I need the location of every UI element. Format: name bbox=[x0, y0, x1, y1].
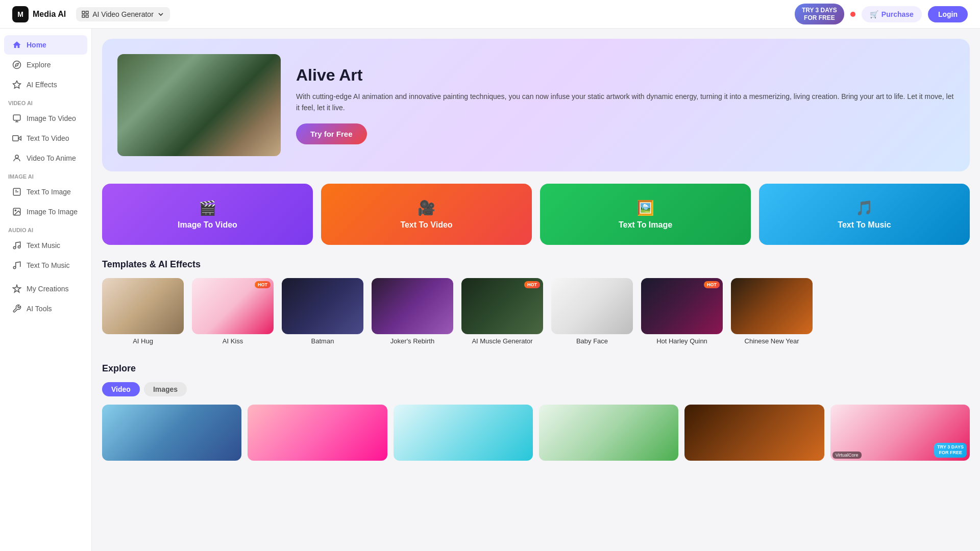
hot-badge: HOT bbox=[255, 281, 271, 288]
explore-thumb-e3[interactable] bbox=[394, 405, 533, 461]
header-right: TRY 3 DAYS FOR FREE 🛒 Purchase Login bbox=[795, 4, 968, 24]
sidebar-item-text-to-music[interactable]: Text To Music bbox=[4, 256, 87, 275]
chevron-down-icon bbox=[157, 10, 165, 18]
explore-tab-video[interactable]: Video bbox=[102, 382, 140, 396]
header-left: M Media AI AI Video Generator bbox=[12, 6, 170, 22]
template-ai-muscle-generator[interactable]: HOT AI Muscle Generator bbox=[461, 278, 543, 345]
purchase-button[interactable]: 🛒 Purchase bbox=[862, 6, 922, 22]
templates-grid: AI Hug HOT AI Kiss Batman Joker's Rebirt… bbox=[102, 278, 970, 349]
svg-point-14 bbox=[18, 246, 20, 248]
sidebar-item-text-to-image[interactable]: Text To Image bbox=[4, 182, 87, 202]
nav-label: AI Video Generator bbox=[92, 10, 154, 18]
template-name-baby-face: Baby Face bbox=[551, 337, 633, 345]
explore-thumb-e6[interactable]: VirtualCoreTRY 3 DAYSFOR FREE bbox=[830, 405, 970, 461]
explore-section-title: Explore bbox=[102, 363, 970, 374]
text-to-video-icon bbox=[12, 134, 21, 143]
creations-icon bbox=[12, 284, 21, 293]
hero-image bbox=[117, 54, 281, 156]
feature-card-text-to-video[interactable]: 🎥 Text To Video bbox=[321, 184, 532, 245]
home-icon bbox=[12, 40, 21, 49]
text-to-music-icon: 🎵 bbox=[855, 199, 873, 216]
template-thumb-batman bbox=[282, 278, 363, 334]
tools-icon bbox=[12, 304, 21, 313]
text-to-video-label: Text To Video bbox=[400, 220, 452, 230]
image-to-image-icon bbox=[12, 207, 21, 216]
grid-icon bbox=[81, 10, 89, 18]
hero-painting-image bbox=[117, 54, 281, 156]
hero-title: Alive Art bbox=[296, 66, 954, 85]
template-hot-harley-quinn[interactable]: HOT Hot Harley Quinn bbox=[641, 278, 723, 345]
layout: Home Explore AI Effects Video AI Image T… bbox=[0, 29, 980, 551]
text-to-video-icon: 🎥 bbox=[418, 199, 435, 216]
feature-card-text-to-music[interactable]: 🎵 Text To Music bbox=[759, 184, 970, 245]
template-thumb-baby-face bbox=[551, 278, 633, 334]
try-banner-button[interactable]: TRY 3 DAYS FOR FREE bbox=[795, 4, 844, 24]
svg-point-15 bbox=[13, 266, 16, 269]
template-name-jokers-rebirth: Joker's Rebirth bbox=[372, 337, 453, 345]
header: M Media AI AI Video Generator TRY 3 DAYS… bbox=[0, 0, 980, 29]
svg-marker-5 bbox=[15, 63, 18, 66]
hot-badge: HOT bbox=[704, 281, 720, 288]
sidebar-item-video-to-anime[interactable]: Video To Anime bbox=[4, 148, 87, 168]
sidebar-item-home[interactable]: Home bbox=[4, 35, 87, 55]
explore-grid: VirtualCoreTRY 3 DAYSFOR FREE bbox=[102, 405, 970, 461]
svg-rect-1 bbox=[86, 11, 89, 14]
logo[interactable]: M Media AI bbox=[12, 6, 66, 22]
template-ai-kiss[interactable]: HOT AI Kiss bbox=[192, 278, 274, 345]
effects-icon bbox=[12, 80, 21, 89]
template-name-hot-harley-quinn: Hot Harley Quinn bbox=[641, 337, 723, 345]
svg-point-12 bbox=[15, 210, 16, 211]
hero-cta-button[interactable]: Try for Free bbox=[296, 123, 367, 144]
svg-point-13 bbox=[13, 246, 16, 249]
main-content: Alive Art With cutting-edge AI animation… bbox=[92, 29, 980, 551]
text-to-image-icon bbox=[12, 187, 21, 196]
explore-thumb-e1[interactable] bbox=[102, 405, 241, 461]
explore-thumb-e4[interactable] bbox=[539, 405, 678, 461]
feature-card-text-to-image[interactable]: 🖼️ Text To Image bbox=[540, 184, 751, 245]
template-thumb-hot-harley-quinn: HOT bbox=[641, 278, 723, 334]
template-thumb-jokers-rebirth bbox=[372, 278, 453, 334]
text-to-image-label: Text To Image bbox=[619, 220, 672, 230]
template-name-ai-hug: AI Hug bbox=[102, 337, 184, 345]
login-button[interactable]: Login bbox=[928, 6, 968, 22]
notification-dot bbox=[850, 12, 855, 17]
image-to-video-label: Image To Video bbox=[178, 220, 237, 230]
explore-thumb-e5[interactable] bbox=[684, 405, 824, 461]
template-chinese-new-year[interactable]: Chinese New Year bbox=[731, 278, 813, 345]
sidebar-item-text-music[interactable]: Text Music bbox=[4, 236, 87, 255]
sidebar-section-video: Video AI bbox=[0, 95, 91, 108]
svg-rect-2 bbox=[82, 15, 85, 17]
explore-thumb-e2[interactable] bbox=[248, 405, 387, 461]
logo-icon: M bbox=[12, 6, 29, 22]
sidebar-item-image-to-image[interactable]: Image To Image bbox=[4, 202, 87, 221]
sidebar-item-my-creations[interactable]: My Creations bbox=[4, 279, 87, 298]
sidebar-item-explore[interactable]: Explore bbox=[4, 55, 87, 74]
image-to-video-icon bbox=[12, 114, 21, 123]
explore-tab-images[interactable]: Images bbox=[144, 382, 187, 396]
hot-badge: HOT bbox=[524, 281, 540, 288]
feature-card-image-to-video[interactable]: 🎬 Image To Video bbox=[102, 184, 313, 245]
template-baby-face[interactable]: Baby Face bbox=[551, 278, 633, 345]
sidebar-item-image-to-video[interactable]: Image To Video bbox=[4, 109, 87, 128]
sidebar-item-ai-effects[interactable]: AI Effects bbox=[4, 75, 87, 94]
sidebar-item-ai-tools[interactable]: AI Tools bbox=[4, 299, 87, 318]
sidebar-item-text-to-video[interactable]: Text To Video bbox=[4, 129, 87, 148]
hero-card: Alive Art With cutting-edge AI animation… bbox=[102, 39, 970, 171]
feature-cards-grid: 🎬 Image To Video 🎥 Text To Video 🖼️ Text… bbox=[102, 184, 970, 245]
template-thumb-ai-muscle-generator: HOT bbox=[461, 278, 543, 334]
sidebar-section-audio: Audio AI bbox=[0, 222, 91, 235]
sidebar: Home Explore AI Effects Video AI Image T… bbox=[0, 29, 92, 551]
template-ai-hug[interactable]: AI Hug bbox=[102, 278, 184, 345]
template-name-ai-kiss: AI Kiss bbox=[192, 337, 274, 345]
templates-section-title: Templates & AI Effects bbox=[102, 259, 970, 270]
template-name-chinese-new-year: Chinese New Year bbox=[731, 337, 813, 345]
template-name-ai-muscle-generator: AI Muscle Generator bbox=[461, 337, 543, 345]
nav-dropdown[interactable]: AI Video Generator bbox=[76, 7, 170, 21]
svg-point-4 bbox=[13, 61, 21, 69]
text-to-image-icon: 🖼️ bbox=[636, 199, 654, 216]
template-batman[interactable]: Batman bbox=[282, 278, 363, 345]
virtual-core-label: VirtualCore bbox=[832, 452, 862, 459]
cart-icon: 🛒 bbox=[870, 10, 878, 18]
svg-rect-3 bbox=[86, 15, 89, 17]
template-jokers-rebirth[interactable]: Joker's Rebirth bbox=[372, 278, 453, 345]
